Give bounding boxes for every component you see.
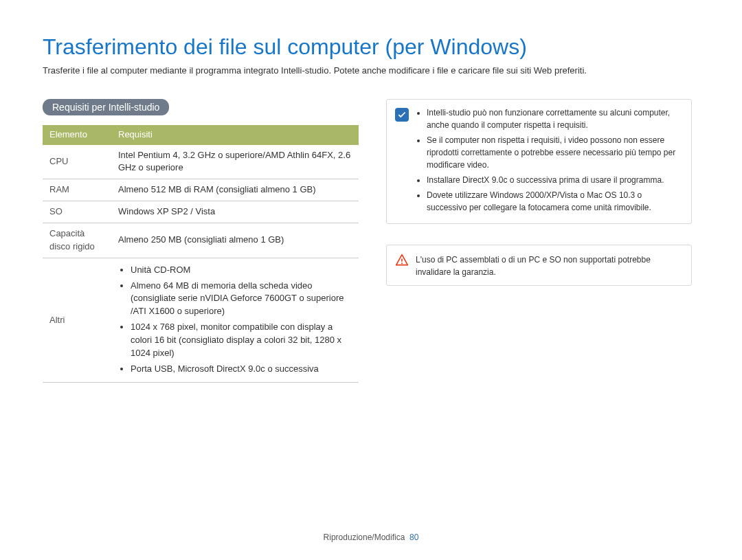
info-item: Se il computer non rispetta i requisiti,… — [427, 134, 682, 171]
list-item: Almeno 64 MB di memoria della scheda vid… — [131, 280, 352, 319]
table-row: RAM Almeno 512 MB di RAM (consigliati al… — [43, 179, 359, 201]
cell-value: Unità CD-ROM Almeno 64 MB di memoria del… — [111, 258, 359, 383]
intro-text: Trasferite i file al computer mediante i… — [43, 65, 699, 76]
info-item: Installare DirectX 9.0c o successiva pri… — [427, 174, 682, 186]
cell-value: Windows XP SP2 / Vista — [111, 201, 359, 223]
table-row: Altri Unità CD-ROM Almeno 64 MB di memor… — [43, 258, 359, 383]
cell-label: Capacità disco rigido — [43, 223, 111, 258]
cell-label: CPU — [43, 145, 111, 179]
svg-point-1 — [401, 262, 403, 264]
cell-value: Intel Pentium 4, 3.2 GHz o superiore/AMD… — [111, 145, 359, 179]
cell-value: Almeno 250 MB (consigliati almeno 1 GB) — [111, 223, 359, 258]
footer-section: Riproduzione/Modifica — [324, 533, 405, 542]
page-title: Trasferimento dei file sul computer (per… — [43, 34, 699, 60]
info-item: Intelli-studio può non funzionare corret… — [427, 107, 682, 131]
page-footer: Riproduzione/Modifica 80 — [0, 533, 742, 542]
table-row: Capacità disco rigido Almeno 250 MB (con… — [43, 223, 359, 258]
section-badge: Requisiti per Intelli-studio — [43, 99, 169, 115]
right-column: Intelli-studio può non funzionare corret… — [386, 99, 692, 383]
list-item: Unità CD-ROM — [131, 264, 352, 277]
table-row: CPU Intel Pentium 4, 3.2 GHz o superiore… — [43, 145, 359, 179]
list-item: Porta USB, Microsoft DirectX 9.0c o succ… — [131, 363, 352, 376]
requirements-table: Elemento Requisiti CPU Intel Pentium 4, … — [43, 125, 359, 383]
th-requisiti: Requisiti — [111, 125, 359, 145]
warning-icon — [395, 254, 409, 267]
cell-value: Almeno 512 MB di RAM (consigliati almeno… — [111, 179, 359, 201]
info-box: Intelli-studio può non funzionare corret… — [386, 99, 692, 224]
cell-label: SO — [43, 201, 111, 223]
info-item: Dovete utilizzare Windows 2000/XP/Vista … — [427, 189, 682, 214]
cell-label: Altri — [43, 258, 111, 383]
list-item: 1024 x 768 pixel, monitor compatibile co… — [131, 321, 352, 360]
th-elemento: Elemento — [43, 125, 111, 145]
warning-text: L'uso di PC assemblati o di un PC e SO n… — [416, 252, 682, 278]
left-column: Requisiti per Intelli-studio Elemento Re… — [43, 99, 359, 383]
footer-page-number: 80 — [409, 533, 418, 542]
info-icon — [395, 108, 409, 122]
warning-box: L'uso di PC assemblati o di un PC e SO n… — [386, 245, 692, 286]
table-row: SO Windows XP SP2 / Vista — [43, 201, 359, 223]
cell-label: RAM — [43, 179, 111, 201]
